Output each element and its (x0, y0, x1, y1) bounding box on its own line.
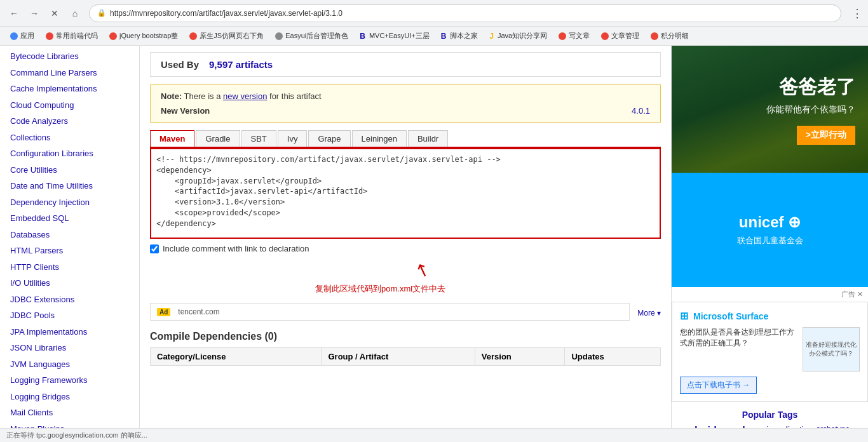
manage-icon (601, 32, 609, 40)
table-header-row: Category/License Group / Artifact Versio… (151, 348, 661, 366)
ad-area: Ad tencent.com (150, 303, 630, 321)
bookmark-jspage[interactable]: 原生JS仿网页右下角 (184, 30, 269, 42)
sidebar-item-io[interactable]: I/O Utilities (0, 275, 139, 291)
sidebar-item-collections[interactable]: Collections (0, 130, 139, 146)
tag-android[interactable]: android (679, 425, 717, 428)
sidebar-item-logging[interactable]: Logging Frameworks (0, 372, 139, 389)
forward-button[interactable]: → (25, 4, 43, 22)
main-layout: Bytecode Libraries Command Line Parsers … (0, 46, 868, 428)
bj-icon: B (441, 32, 447, 41)
ad-badge: Ad (157, 308, 170, 316)
bookmark-write[interactable]: 写文章 (553, 30, 595, 42)
used-by-count[interactable]: 9,597 artifacts (209, 59, 273, 70)
sidebar-item-mail[interactable]: Mail Clients (0, 405, 139, 421)
bookmark-manage[interactable]: 文章管理 (596, 30, 644, 42)
bookmark-mvc[interactable]: B MVC+EasyUI+三层 (355, 30, 434, 42)
ad-row: Ad tencent.com More ▾ (150, 303, 661, 328)
sidebar-item-jdbc-pools[interactable]: JDBC Pools (0, 307, 139, 324)
write-icon (559, 32, 566, 40)
ms-download-button[interactable]: 点击下载电子书 → (680, 377, 757, 394)
sidebar-item-cloud[interactable]: Cloud Computing (0, 97, 139, 114)
sidebar-item-jdbc-ext[interactable]: JDBC Extensions (0, 291, 139, 308)
sidebar-item-logging-bridges[interactable]: Logging Bridges (0, 389, 139, 405)
tab-buildr[interactable]: Buildr (408, 130, 448, 147)
frontend-icon (46, 32, 53, 40)
sidebar-item-command-line[interactable]: Command Line Parsers (0, 65, 139, 81)
notice-box: Note: There is a new version for this ar… (150, 84, 661, 123)
sidebar-item-core[interactable]: Core Utilities (0, 162, 139, 178)
new-version-label: New Version (161, 106, 210, 116)
tag-application[interactable]: application (771, 425, 814, 428)
code-box: <!-- https://mvnrepository.com/artifact/… (150, 148, 661, 239)
tags-cloud: android apache api application archetype… (679, 425, 860, 428)
ms-ad-text: 您的团队是否具备达到理想工作方式所需的正确工具？ (680, 327, 796, 372)
notice-link[interactable]: new version (223, 91, 267, 101)
sidebar-item-cache[interactable]: Cache Implementations (0, 81, 139, 97)
annotation-text: 复制此区域代码到pom.xml文件中去 (315, 283, 445, 295)
points-icon (651, 32, 658, 40)
notice-suffix: for this artifact (269, 91, 322, 101)
sidebar-item-bytecode[interactable]: Bytecode Libraries (0, 48, 139, 65)
include-comment-checkbox[interactable] (150, 244, 159, 253)
ms-ad: ⊞ Microsoft Surface 您的团队是否具备达到理想工作方式所需的正… (672, 302, 868, 402)
col-updates: Updates (565, 348, 661, 366)
ad-big-text: 爸爸老了 (684, 74, 855, 100)
unicef-subtitle: 联合国儿童基金会 (737, 235, 803, 246)
url-text: https://mvnrepository.com/artifact/javax… (110, 9, 342, 18)
home-button[interactable]: ⌂ (66, 4, 84, 22)
browser-chrome: ← → ✕ ⌂ 🔒 https://mvnrepository.com/arti… (0, 0, 868, 27)
notice-label: Note: (161, 91, 182, 101)
tag-archetype[interactable]: archetype (816, 425, 850, 428)
sidebar-item-jpa[interactable]: JPA Implementations (0, 324, 139, 340)
sidebar-item-di[interactable]: Dependency Injection (0, 194, 139, 211)
address-bar[interactable]: 🔒 https://mvnrepository.com/artifact/jav… (89, 4, 841, 22)
tab-gradle[interactable]: Gradle (196, 130, 240, 147)
more-link[interactable]: More ▾ (637, 309, 661, 318)
sidebar-item-jvm[interactable]: JVM Languages (0, 356, 139, 373)
bookmarks-bar: 应用 常用前端代码 jQuery bootstrap整 原生JS仿网页右下角 E… (0, 27, 868, 46)
browser-menu-icon[interactable]: ⋮ (851, 6, 863, 20)
ad-text-container: 爸爸老了 你能帮他有个依靠吗？ >立即行动 (684, 74, 855, 145)
bookmark-points[interactable]: 积分明细 (646, 30, 694, 42)
tab-sbt[interactable]: SBT (241, 130, 276, 147)
tab-ivy[interactable]: Ivy (278, 130, 308, 147)
sidebar-item-databases[interactable]: Databases (0, 227, 139, 243)
tab-grape[interactable]: Grape (308, 130, 350, 147)
bookmark-jquery[interactable]: jQuery bootstrap整 (104, 30, 183, 42)
ms-ad-image: 准备好迎接现代化办公模式了吗？ (803, 327, 860, 372)
ms-brand: Microsoft Surface (693, 311, 768, 321)
easyui-icon (275, 32, 283, 40)
code-textarea[interactable]: <!-- https://mvnrepository.com/artifact/… (156, 154, 654, 231)
tab-maven[interactable]: Maven (150, 130, 194, 147)
sidebar-item-html-parsers[interactable]: HTML Parsers (0, 243, 139, 259)
new-version-value[interactable]: 4.0.1 (632, 106, 650, 116)
ad-cta-button[interactable]: >立即行动 (797, 126, 855, 145)
unicef-title: unicef ⊕ (739, 213, 801, 231)
bookmark-java-label: Java知识分享网 (498, 31, 547, 41)
tag-api[interactable]: api (757, 425, 769, 428)
sidebar-item-maven[interactable]: Maven Plugins (0, 421, 139, 429)
nav-buttons: ← → ✕ ⌂ (5, 4, 84, 22)
bookmark-java[interactable]: J Java知识分享网 (484, 30, 552, 42)
bookmark-apps[interactable]: 应用 (5, 30, 39, 42)
bookmark-bj[interactable]: B 脚本之家 (436, 30, 484, 42)
sidebar-item-config[interactable]: Configuration Libraries (0, 145, 139, 162)
bookmark-frontend[interactable]: 常用前端代码 (41, 30, 103, 42)
sidebar-item-datetime[interactable]: Date and Time Utilities (0, 178, 139, 194)
close-button[interactable]: ✕ (46, 4, 64, 22)
bookmark-mvc-label: MVC+EasyUI+三层 (369, 31, 430, 41)
back-button[interactable]: ← (5, 4, 23, 22)
tag-apache[interactable]: apache (719, 425, 754, 428)
jquery-icon (109, 32, 117, 40)
popular-tags-title: Popular Tags (679, 410, 860, 420)
sidebar-item-http[interactable]: HTTP Clients (0, 259, 139, 276)
sidebar-item-embedded-sql[interactable]: Embedded SQL (0, 210, 139, 227)
sidebar-item-code[interactable]: Code Analyzers (0, 113, 139, 130)
tab-leiningen[interactable]: Leiningen (352, 130, 407, 147)
include-comment: Include comment with link to declaration (150, 244, 661, 253)
annotation-area: ↖ 复制此区域代码到pom.xml文件中去 (150, 260, 661, 298)
mvc-icon: B (360, 32, 365, 41)
sidebar-item-json[interactable]: JSON Libraries (0, 340, 139, 356)
bookmark-easyui[interactable]: Easyui后台管理角色 (270, 30, 353, 42)
bookmark-bj-label: 脚本之家 (450, 31, 478, 41)
